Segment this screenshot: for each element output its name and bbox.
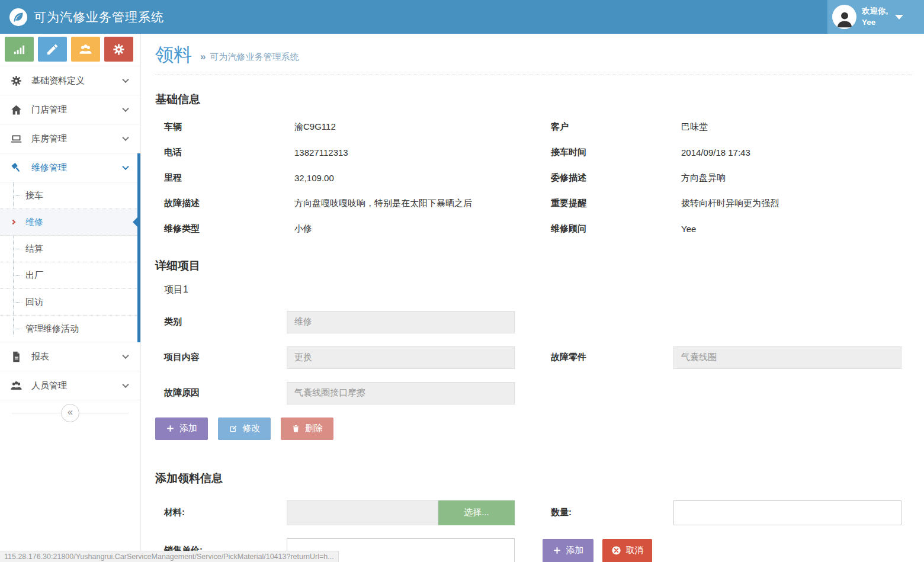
submenu-item-label: 管理维修活动 [25, 323, 79, 335]
field-label: 车辆 [164, 121, 287, 133]
fault-reason-input[interactable] [287, 382, 515, 404]
submenu-item-manage-activities[interactable]: 管理维修活动 [0, 316, 140, 342]
sidebar-item-repair-mgmt[interactable]: 维修管理 [0, 153, 140, 182]
button-label: 修改 [243, 423, 261, 434]
plus-icon [553, 546, 562, 555]
field-label: 维修顾问 [551, 223, 673, 235]
report-icon [8, 351, 24, 363]
submenu-item-departure[interactable]: 出厂 [0, 262, 140, 289]
field-label: 里程 [164, 172, 287, 184]
detail-button-row: 添加 修改 删除 [155, 418, 912, 440]
sidebar-item-reports[interactable]: 报表 [0, 342, 140, 371]
form-row-reason: 故障原因 [155, 382, 912, 404]
repair-menu-group: 维修管理 接车 维修 结算 出厂 [0, 153, 140, 342]
field-value: 2014/09/18 17:43 [673, 147, 912, 158]
sidebar-item-label: 库房管理 [31, 133, 67, 144]
project-content-input[interactable] [287, 346, 515, 369]
sidebar-item-personnel-mgmt[interactable]: 人员管理 [0, 371, 140, 400]
sidebar-item-label: 人员管理 [31, 380, 67, 391]
collapse-sidebar-button[interactable]: « [61, 404, 79, 422]
users-quick-button[interactable] [71, 37, 100, 62]
field-value: 小修 [287, 223, 551, 235]
category-input[interactable] [287, 311, 515, 333]
quantity-input[interactable] [673, 500, 901, 525]
sidebar-item-label: 基础资料定义 [31, 75, 85, 86]
welcome-text: 欢迎你, Yee [862, 6, 888, 27]
field-value: 巴味堂 [673, 121, 912, 133]
chevron-down-icon [122, 76, 129, 83]
info-row: 里程 32,109.00 委修描述 方向盘异响 [155, 165, 912, 191]
delete-item-button[interactable]: 删除 [281, 418, 333, 440]
username: Yee [862, 17, 888, 28]
caret-down-icon [895, 15, 903, 20]
stats-quick-button[interactable] [5, 37, 34, 62]
field-value: 13827112313 [287, 147, 551, 158]
edit-item-button[interactable]: 修改 [218, 418, 271, 440]
chevron-down-icon [122, 105, 129, 112]
faulty-part-input[interactable] [673, 346, 901, 369]
section-title-detail-items: 详细项目 [155, 258, 912, 274]
detail-item-heading: 项目1 [155, 284, 912, 296]
field-value: 方向盘嘎吱嘎吱响，特别是在太阳下暴晒之后 [287, 198, 551, 209]
info-row: 维修类型 小修 维修顾问 Yee [155, 216, 912, 242]
field-value: 方向盘异响 [673, 172, 912, 184]
material-input[interactable] [287, 500, 438, 525]
form-row-material-qty: 材料: 选择... 数量: [155, 500, 912, 525]
submenu-item-follow-up[interactable]: 回访 [0, 289, 140, 316]
quick-icon-bar [0, 34, 140, 66]
submenu-item-label: 回访 [25, 297, 43, 308]
avatar [832, 5, 856, 29]
chevron-down-icon [122, 352, 129, 359]
basic-info-rows: 车辆 渝C9G112 客户 巴味堂 电话 13827112313 接车时间 20… [155, 114, 912, 242]
choose-material-button[interactable]: 选择... [438, 500, 515, 525]
submenu-item-label: 结算 [25, 243, 43, 255]
button-label: 取消 [626, 545, 644, 556]
gears-icon [112, 43, 126, 56]
button-label: 删除 [305, 423, 323, 434]
app-title: 可为汽修业务管理系统 [34, 9, 164, 25]
field-label: 电话 [164, 147, 287, 158]
breadcrumb-text: 可为汽修业务管理系统 [210, 52, 299, 62]
sidebar: 基础资料定义 门店管理 库房管理 维修管理 [0, 34, 141, 562]
field-value: 拨转向杆时异响更为强烈 [673, 198, 912, 209]
settings-quick-button[interactable] [104, 37, 133, 62]
field-label: 项目内容 [164, 352, 287, 363]
button-label: 添加 [179, 423, 197, 434]
home-icon [8, 104, 24, 116]
submenu-item-settlement[interactable]: 结算 [0, 236, 140, 262]
page-title: 领料 [155, 44, 192, 66]
add-item-button[interactable]: 添加 [155, 418, 208, 440]
sidebar-item-base-data[interactable]: 基础资料定义 [0, 66, 140, 95]
submenu-item-repair[interactable]: 维修 [0, 209, 140, 236]
field-label: 委修描述 [551, 172, 673, 184]
button-label: 添加 [566, 545, 584, 556]
welcome-prefix: 欢迎你, [862, 6, 888, 17]
form-row-category: 类别 [155, 311, 912, 333]
edit-icon [229, 424, 238, 433]
plus-icon [166, 424, 175, 433]
field-label: 材料: [164, 507, 287, 518]
sidebar-item-store-mgmt[interactable]: 门店管理 [0, 95, 140, 124]
edit-quick-button[interactable] [38, 37, 67, 62]
breadcrumb: »可为汽修业务管理系统 [200, 51, 299, 66]
confirm-add-material-button[interactable]: 添加 [543, 539, 593, 562]
field-label: 故障描述 [164, 198, 287, 209]
submenu-item-label: 接车 [25, 190, 43, 201]
divider [155, 75, 912, 75]
user-menu[interactable]: 欢迎你, Yee [827, 0, 924, 34]
bar-chart-icon [12, 43, 26, 56]
pick-button-row: 添加 取消 [543, 539, 912, 562]
users-icon [79, 43, 92, 56]
app-header: 可为汽修业务管理系统 欢迎你, Yee [0, 0, 924, 34]
field-label: 故障零件 [551, 352, 673, 363]
field-value: 32,109.00 [287, 173, 551, 183]
chevron-down-icon [122, 134, 129, 141]
laptop-icon [8, 133, 24, 145]
people-icon [8, 380, 24, 392]
submenu-item-label: 出厂 [25, 270, 43, 281]
active-arrow-icon [11, 220, 15, 224]
main-content: 领料 »可为汽修业务管理系统 基础信息 车辆 渝C9G112 客户 巴味堂 电话… [141, 34, 924, 562]
submenu-item-receive-car[interactable]: 接车 [0, 182, 140, 209]
cancel-button[interactable]: 取消 [602, 539, 652, 562]
sidebar-item-warehouse-mgmt[interactable]: 库房管理 [0, 124, 140, 153]
